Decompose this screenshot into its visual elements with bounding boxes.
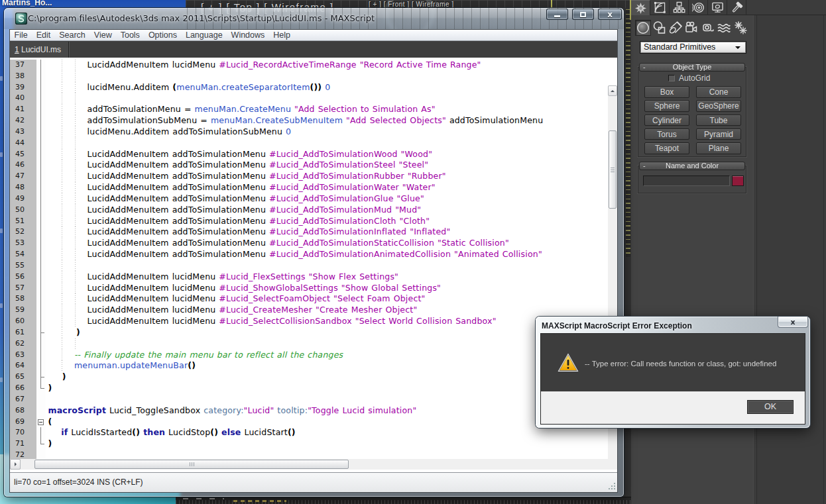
fold-collapse-box[interactable] <box>38 419 44 425</box>
primitives-dropdown[interactable]: Standard Primitives <box>640 41 746 54</box>
code-line-40: 40 <box>10 93 608 104</box>
category-geometry[interactable] <box>635 20 651 36</box>
minimize-icon <box>554 15 560 17</box>
panel-tab-hierarchy[interactable] <box>670 0 689 15</box>
panel-tab-utilities[interactable] <box>727 0 746 15</box>
arrow-up-icon <box>611 88 615 92</box>
panel-tab-create[interactable] <box>631 0 650 15</box>
panel-tab-motion[interactable] <box>689 0 708 15</box>
error-dialog: MAXScript MacroScript Error Exception x <box>536 317 810 428</box>
pyramid-button[interactable]: Pyramid <box>696 128 741 140</box>
category-systems[interactable] <box>732 20 748 36</box>
indent-guide <box>75 316 76 327</box>
fold-margin <box>36 372 46 383</box>
category-helpers[interactable] <box>700 20 716 36</box>
dropdown-arrow-icon[interactable] <box>732 43 744 52</box>
menu-file[interactable]: File <box>10 30 32 40</box>
code-line-61: 61 ) <box>10 327 608 338</box>
menu-tools[interactable]: Tools <box>116 30 144 40</box>
object-color-swatch[interactable] <box>732 176 744 186</box>
ok-button[interactable]: OK <box>747 400 794 414</box>
indent-guide <box>75 182 76 193</box>
tube-button[interactable]: Tube <box>696 115 741 126</box>
indent-guide <box>62 171 62 182</box>
rollout-collapse-icon[interactable]: - <box>643 162 646 170</box>
horizontal-scrollbar[interactable] <box>10 459 617 470</box>
fold-margin <box>36 283 46 294</box>
code-text: menuman.updateMenuBar() <box>46 360 608 372</box>
indent-guide <box>62 126 62 138</box>
motion-icon <box>692 1 705 14</box>
command-panel: Standard Primitives - Object Type AutoGr… <box>631 0 826 504</box>
line-number: 67 <box>10 394 36 405</box>
code-line-51: 51 LucidAddMenuItem addToSimulationMenu … <box>10 216 608 227</box>
dialog-close-button[interactable]: x <box>778 317 808 328</box>
rollout-name-color-title: Name and Color <box>666 162 719 170</box>
fold-margin <box>36 171 46 182</box>
background-edge-mark <box>0 76 3 81</box>
code-line-60: 60 LucidAddMenuItem lucidMenu #Lucid_Sel… <box>10 316 608 327</box>
panel-tab-modify[interactable] <box>650 0 670 15</box>
command-panel-tabs <box>631 0 826 15</box>
indent-guide <box>62 60 62 71</box>
category-cameras[interactable] <box>683 20 699 36</box>
horizontal-scrollbar-thumb[interactable] <box>34 460 349 469</box>
box-button[interactable]: Box <box>644 86 689 98</box>
fold-margin <box>36 405 46 417</box>
rollout-collapse-icon[interactable]: - <box>643 64 646 71</box>
rollout-name-color-header[interactable]: - Name and Color <box>639 162 745 170</box>
line-number: 57 <box>10 283 36 294</box>
code-text: LucidAddMenuItem addToSimulationMenu #Lu… <box>46 182 608 193</box>
indent-guide <box>75 205 76 216</box>
indent-guide <box>62 260 62 272</box>
background-window-title: Martins_Ho... <box>2 0 52 7</box>
thumb-grip <box>611 170 615 170</box>
thumb-grip <box>192 462 192 466</box>
teapot-button[interactable]: Teapot <box>644 142 689 154</box>
plane-button[interactable]: Plane <box>696 142 741 154</box>
cylinder-button[interactable]: Cylinder <box>644 115 689 126</box>
code-text: ) <box>46 372 608 383</box>
code-line-53: 53 LucidAddMenuItem addToSimulationMenu … <box>10 238 608 249</box>
line-number: 54 <box>10 249 36 260</box>
sphere-button[interactable]: Sphere <box>644 100 689 112</box>
tab-lucidui-ms[interactable]: 1 LucidUI.ms <box>10 42 69 58</box>
menu-help[interactable]: Help <box>269 30 295 40</box>
code-editor[interactable]: 37 LucidAddMenuItem lucidMenu #Lucid_Rec… <box>10 58 617 459</box>
window-titlebar[interactable]: [ + ] [ Top ] [ Wireframe ] C:\program f… <box>4 8 624 29</box>
modify-icon <box>654 1 666 14</box>
rollout-object-type-header[interactable]: - Object Type <box>639 63 745 72</box>
category-lights[interactable] <box>668 20 683 36</box>
resize-grip[interactable] <box>608 482 616 490</box>
category-spacewarps[interactable] <box>716 20 732 36</box>
code-text: LucidAddMenuItem lucidMenu #Lucid_ShowGl… <box>46 283 608 294</box>
indent-guide <box>75 216 76 227</box>
viewport-ruler-ticks <box>626 9 630 257</box>
menu-windows[interactable]: Windows <box>227 30 269 40</box>
close-button[interactable]: x <box>598 9 622 20</box>
tab-accelerator: 1 <box>15 45 19 54</box>
scroll-up-button[interactable] <box>608 85 617 96</box>
indent-guide <box>75 249 76 260</box>
fold-margin[interactable] <box>36 417 46 428</box>
autogrid-checkbox[interactable] <box>668 75 675 81</box>
menu-options[interactable]: Options <box>144 30 181 40</box>
torus-button[interactable]: Torus <box>644 128 689 140</box>
indent-guide <box>62 115 62 126</box>
object-name-input[interactable] <box>643 176 730 186</box>
menu-language[interactable]: Language <box>181 30 227 40</box>
maximize-button[interactable] <box>572 9 594 20</box>
minimize-button[interactable] <box>546 9 568 20</box>
category-shapes[interactable] <box>651 20 667 36</box>
indent-guide <box>75 82 76 93</box>
menu-search[interactable]: Search <box>55 30 90 40</box>
menu-edit[interactable]: Edit <box>32 30 55 40</box>
scroll-right-button[interactable] <box>10 459 21 470</box>
menu-view[interactable]: View <box>89 30 116 40</box>
line-number: 38 <box>10 71 36 82</box>
code-text: LucidAddMenuItem addToSimulationMenu #Lu… <box>46 193 608 205</box>
panel-tab-display[interactable] <box>708 0 727 15</box>
vertical-scrollbar-thumb[interactable] <box>609 130 617 209</box>
cone-button[interactable]: Cone <box>696 86 741 98</box>
geosphere-button[interactable]: GeoSphere <box>696 100 741 112</box>
